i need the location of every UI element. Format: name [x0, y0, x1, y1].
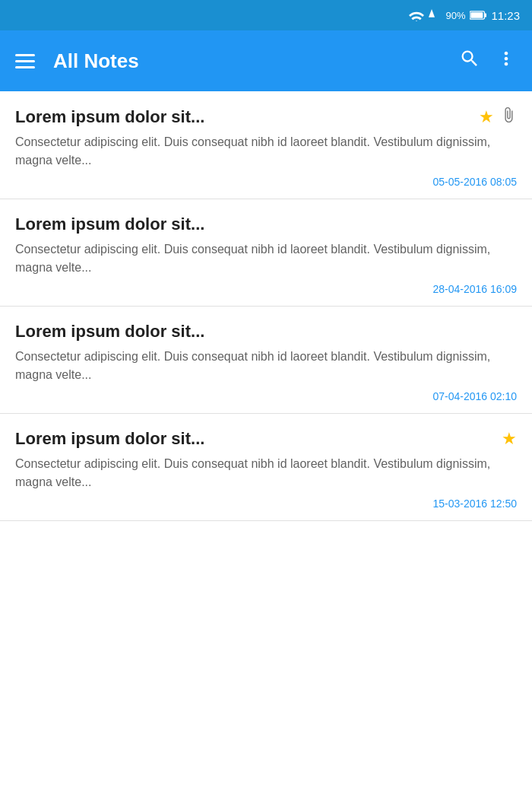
status-bar: 90% 11:23	[0, 0, 532, 30]
star-icon[interactable]: ★	[502, 429, 517, 449]
svg-rect-2	[485, 13, 487, 17]
app-bar: All Notes	[0, 30, 532, 91]
star-icon[interactable]: ★	[479, 107, 494, 127]
note-icons: ★	[502, 429, 517, 449]
note-header: Lorem ipsum dolor sit...	[15, 322, 517, 342]
signal-icon	[429, 9, 441, 21]
note-header: Lorem ipsum dolor sit...	[15, 215, 517, 234]
note-date: 07-04-2016 02:10	[15, 390, 517, 413]
note-title: Lorem ipsum dolor sit...	[15, 429, 204, 449]
note-item[interactable]: Lorem ipsum dolor sit...Consectetur adip…	[0, 199, 532, 307]
note-item[interactable]: Lorem ipsum dolor sit...Consectetur adip…	[0, 307, 532, 414]
note-header: Lorem ipsum dolor sit...★	[15, 429, 517, 449]
status-time: 11:23	[491, 9, 520, 22]
note-preview: Consectetur adipiscing elit. Duis conseq…	[15, 133, 517, 170]
note-item[interactable]: Lorem ipsum dolor sit...★Consectetur adi…	[0, 414, 532, 521]
more-options-button[interactable]	[496, 48, 517, 75]
note-date: 28-04-2016 16:09	[15, 283, 517, 306]
note-header: Lorem ipsum dolor sit...★	[15, 106, 517, 127]
battery-icon	[470, 10, 486, 21]
app-bar-actions	[459, 48, 517, 75]
battery-percent: 90%	[445, 10, 465, 21]
note-preview: Consectetur adipiscing elit. Duis conseq…	[15, 240, 517, 277]
note-preview: Consectetur adipiscing elit. Duis conseq…	[15, 455, 517, 491]
page-title: All Notes	[53, 49, 459, 73]
notes-list: Lorem ipsum dolor sit...★ Consectetur ad…	[0, 91, 532, 521]
note-title: Lorem ipsum dolor sit...	[15, 215, 204, 234]
search-button[interactable]	[459, 48, 480, 75]
status-icons: 90% 11:23	[409, 9, 520, 22]
attachment-icon	[500, 106, 517, 127]
note-date: 05-05-2016 08:05	[15, 176, 517, 199]
note-date: 15-03-2016 12:50	[15, 497, 517, 520]
svg-marker-0	[429, 9, 435, 17]
note-title: Lorem ipsum dolor sit...	[15, 322, 204, 342]
menu-button[interactable]	[15, 54, 35, 68]
note-title: Lorem ipsum dolor sit...	[15, 107, 204, 127]
note-icons: ★	[479, 106, 517, 127]
svg-rect-3	[471, 12, 483, 18]
note-preview: Consectetur adipiscing elit. Duis conseq…	[15, 348, 517, 384]
wifi-icon	[409, 9, 424, 21]
note-item[interactable]: Lorem ipsum dolor sit...★ Consectetur ad…	[0, 91, 532, 199]
